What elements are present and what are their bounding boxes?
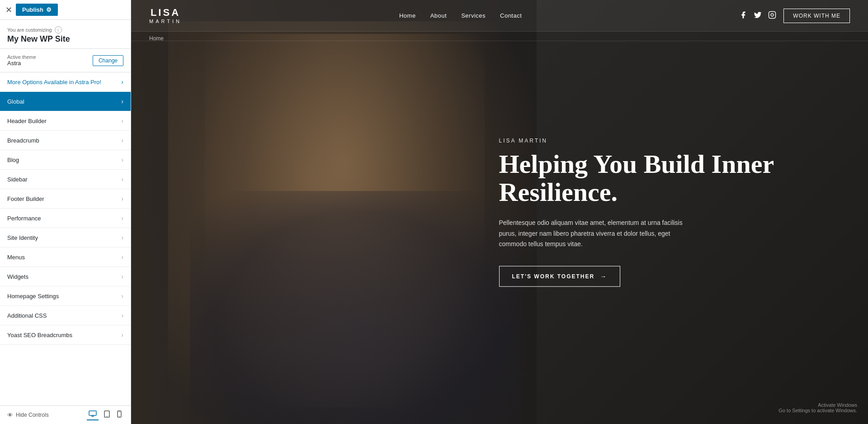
hide-controls-button[interactable]: 👁 Hide Controls: [7, 412, 49, 419]
menu-item-blog[interactable]: Blog ›: [0, 150, 131, 170]
site-header: LISA MARTIN Home About Services Contact: [131, 0, 868, 32]
menu-item-header-builder[interactable]: Header Builder ›: [0, 111, 131, 131]
logo-last-name: MARTIN: [149, 19, 182, 24]
menu-item-yoast-seo[interactable]: Yoast SEO Breadcrumbs ›: [0, 325, 131, 345]
tablet-view-button[interactable]: [102, 410, 112, 420]
site-preview: LISA MARTIN Home About Services Contact: [131, 0, 868, 424]
customizing-info: You are customizing i My New WP Site: [0, 20, 131, 49]
customizer-panel: ✕ Publish ⚙ You are customizing i My New…: [0, 0, 131, 424]
instagram-icon[interactable]: [768, 11, 776, 21]
chevron-right-icon: ›: [121, 137, 123, 144]
change-theme-button[interactable]: Change: [93, 55, 123, 66]
active-theme-label: Active theme: [7, 54, 36, 60]
site-navigation: Home About Services Contact: [399, 12, 522, 19]
svg-rect-0: [89, 411, 96, 415]
menu-item-breadcrumb[interactable]: Breadcrumb ›: [0, 131, 131, 150]
chevron-right-icon: ›: [121, 292, 123, 300]
chevron-right-icon: ›: [121, 156, 123, 163]
chevron-right-icon: ›: [121, 98, 123, 105]
hero-content: LISA MARTIN Helping You Build Inner Resi…: [463, 137, 868, 287]
arrow-icon: →: [600, 273, 607, 280]
menu-item-footer-builder[interactable]: Footer Builder ›: [0, 189, 131, 209]
work-with-me-button[interactable]: WORK WITH ME: [783, 9, 850, 23]
menu-item-sidebar[interactable]: Sidebar ›: [0, 170, 131, 189]
logo-first-name: LISA: [151, 7, 180, 18]
chevron-right-icon: ›: [121, 214, 123, 222]
menu-item-additional-css[interactable]: Additional CSS ›: [0, 306, 131, 325]
menu-item-homepage-settings[interactable]: Homepage Settings ›: [0, 286, 131, 306]
site-breadcrumb: Home: [149, 32, 164, 45]
menu-item-menus[interactable]: Menus ›: [0, 248, 131, 267]
site-logo[interactable]: LISA MARTIN: [149, 7, 182, 24]
nav-home[interactable]: Home: [399, 12, 416, 19]
chevron-right-icon: ›: [121, 78, 123, 86]
eye-icon: 👁: [7, 412, 13, 419]
bottom-bar: 👁 Hide Controls: [0, 405, 131, 424]
gear-icon: ⚙: [46, 6, 52, 13]
nav-contact[interactable]: Contact: [500, 12, 522, 19]
menu-item-astra-pro[interactable]: More Options Available in Astra Pro! ›: [0, 72, 131, 92]
chevron-right-icon: ›: [121, 176, 123, 183]
top-bar: ✕ Publish ⚙: [0, 0, 131, 20]
chevron-right-icon: ›: [121, 312, 123, 319]
customizer-menu: More Options Available in Astra Pro! › G…: [0, 72, 131, 405]
customizing-label: You are customizing i: [7, 26, 123, 33]
twitter-icon[interactable]: [754, 11, 762, 21]
hero-subtitle: LISA MARTIN: [499, 137, 841, 143]
active-theme-name: Astra: [7, 60, 36, 67]
header-right: WORK WITH ME: [739, 9, 850, 23]
header-divider: [131, 41, 868, 41]
desktop-view-button[interactable]: [87, 410, 99, 420]
chevron-right-icon: ›: [121, 273, 123, 280]
nav-services[interactable]: Services: [461, 12, 486, 19]
svg-point-6: [119, 416, 120, 417]
menu-item-site-identity[interactable]: Site Identity ›: [0, 228, 131, 248]
hero-description: Pellentesque odio aliquam vitae amet, el…: [499, 217, 689, 249]
svg-rect-8: [769, 11, 776, 18]
facebook-icon[interactable]: [739, 11, 747, 21]
hero-title: Helping You Build Inner Resilience.: [499, 150, 841, 206]
site-name: My New WP Site: [7, 34, 123, 44]
info-icon[interactable]: i: [55, 26, 62, 33]
device-switcher: [87, 410, 123, 420]
chevron-right-icon: ›: [121, 195, 123, 202]
nav-about[interactable]: About: [430, 12, 447, 19]
chevron-right-icon: ›: [121, 234, 123, 241]
menu-item-performance[interactable]: Performance ›: [0, 209, 131, 228]
chevron-right-icon: ›: [121, 117, 123, 124]
preview-background: LISA MARTIN Home About Services Contact: [131, 0, 868, 424]
chevron-right-icon: ›: [121, 331, 123, 338]
menu-item-widgets[interactable]: Widgets ›: [0, 267, 131, 286]
active-theme-section: Active theme Astra Change: [0, 49, 131, 72]
chevron-right-icon: ›: [121, 253, 123, 261]
cta-button[interactable]: LET'S WORK TOGETHER →: [499, 266, 621, 287]
menu-item-global[interactable]: Global ›: [0, 92, 131, 111]
mobile-view-button[interactable]: [115, 410, 123, 420]
svg-point-4: [107, 416, 108, 417]
publish-button[interactable]: Publish ⚙: [16, 4, 58, 16]
close-button[interactable]: ✕: [5, 5, 12, 15]
social-icons: [739, 11, 776, 21]
